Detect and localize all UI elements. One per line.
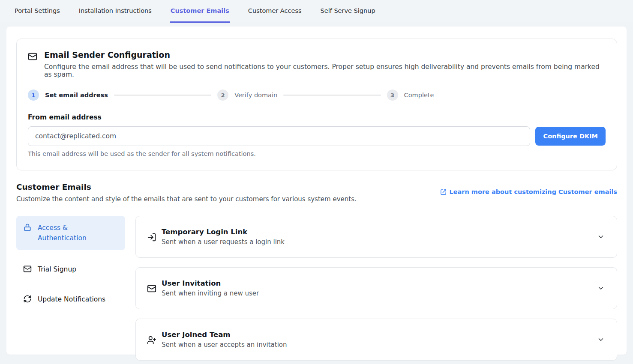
customer-emails-title: Customer Emails: [16, 182, 357, 191]
step-connector: [283, 95, 381, 95]
email-category-list: Access & Authentication Trial Signup Upd…: [16, 216, 125, 361]
email-card-title: User Joined Team: [162, 331, 592, 339]
learn-more-label: Learn more about customizing Customer em…: [449, 188, 617, 195]
email-sender-configuration-card: Email Sender Configuration Configure the…: [16, 39, 617, 170]
sender-card-title: Email Sender Configuration: [44, 50, 606, 60]
sender-card-description: Configure the email address that will be…: [44, 63, 606, 78]
email-card-description: Sent when a user accepts an invitation: [162, 341, 592, 349]
mail-icon: [147, 284, 156, 293]
step-number: 1: [28, 90, 39, 101]
mail-icon: [23, 265, 32, 273]
step-label: Set email address: [45, 92, 108, 98]
tab-portal-settings[interactable]: Portal Settings: [14, 0, 61, 23]
step-complete: 3 Complete: [387, 90, 434, 101]
tab-customer-emails[interactable]: Customer Emails: [170, 0, 230, 23]
step-label: Verify domain: [234, 92, 277, 98]
tab-customer-access[interactable]: Customer Access: [247, 0, 303, 23]
step-connector: [114, 95, 211, 95]
chevron-down-icon[interactable]: [597, 336, 605, 343]
external-link-icon: [440, 189, 447, 195]
email-card-description: Sent when inviting a new user: [162, 289, 592, 297]
email-template-list: Temporary Login Link Sent when a user re…: [135, 216, 617, 361]
email-card-title: User Invitation: [162, 279, 592, 287]
email-card-user-invitation[interactable]: User Invitation Sent when inviting a new…: [135, 267, 617, 309]
settings-tabbar: Portal Settings Installation Instruction…: [0, 0, 633, 23]
chevron-down-icon[interactable]: [597, 284, 605, 292]
step-number: 3: [387, 90, 398, 101]
email-card-title: Temporary Login Link: [162, 228, 592, 236]
category-label: Update Notifications: [38, 294, 105, 304]
step-set-email-address: 1 Set email address: [28, 90, 108, 101]
customer-emails-description: Customize the content and style of the e…: [16, 195, 357, 203]
category-update-notifications[interactable]: Update Notifications: [16, 289, 125, 310]
lock-icon: [23, 223, 32, 232]
email-helper-text: This email address will be used as the s…: [28, 150, 606, 157]
customer-emails-panel: Email Sender Configuration Configure the…: [6, 27, 627, 355]
login-icon: [147, 233, 156, 242]
email-card-user-joined-team[interactable]: User Joined Team Sent when a user accept…: [135, 319, 617, 361]
from-email-label: From email address: [28, 113, 606, 121]
tab-self-serve-signup[interactable]: Self Serve Signup: [320, 0, 376, 23]
email-card-temporary-login-link[interactable]: Temporary Login Link Sent when a user re…: [135, 216, 617, 258]
tab-installation-instructions[interactable]: Installation Instructions: [78, 0, 153, 23]
refresh-icon: [23, 295, 32, 303]
email-card-description: Sent when a user requests a login link: [162, 238, 592, 246]
configure-dkim-button[interactable]: Configure DKIM: [535, 127, 606, 146]
category-label: Trial Signup: [38, 264, 76, 274]
step-number: 2: [217, 90, 228, 101]
category-trial-signup[interactable]: Trial Signup: [16, 259, 125, 280]
chevron-down-icon[interactable]: [597, 233, 605, 241]
step-verify-domain: 2 Verify domain: [217, 90, 277, 101]
category-label: Access & Authentication: [38, 223, 118, 243]
email-setup-stepper: 1 Set email address 2 Verify domain 3 Co…: [28, 90, 606, 101]
from-email-input[interactable]: [28, 126, 530, 146]
mail-icon: [28, 52, 37, 78]
user-plus-icon: [147, 335, 156, 345]
step-label: Complete: [404, 92, 434, 98]
learn-more-link[interactable]: Learn more about customizing Customer em…: [440, 188, 617, 195]
category-access-authentication[interactable]: Access & Authentication: [16, 216, 125, 250]
